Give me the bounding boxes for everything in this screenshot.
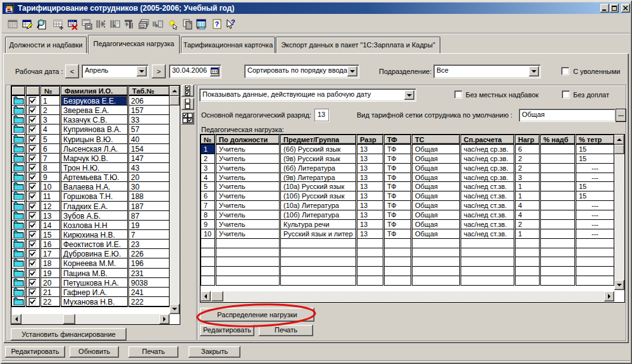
svg-text:?: ?: [215, 20, 220, 28]
svg-text:?: ?: [231, 19, 235, 26]
